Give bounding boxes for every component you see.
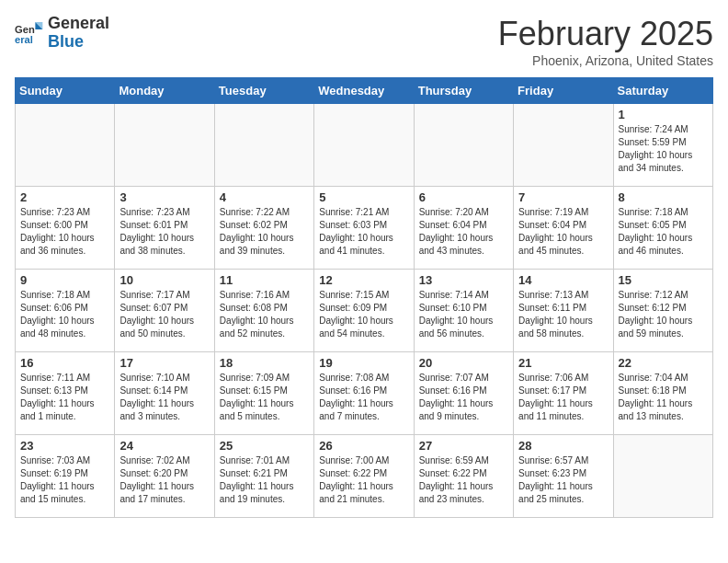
page-header: Gen eral General Blue February 2025 Phoe… (15, 15, 713, 68)
day-number: 24 (119, 439, 209, 453)
day-number: 15 (619, 273, 708, 287)
day-cell (613, 435, 712, 518)
day-cell: 8Sunrise: 7:18 AM Sunset: 6:05 PM Daylig… (613, 187, 712, 270)
day-number: 13 (419, 273, 508, 287)
calendar-title: February 2025 (498, 15, 713, 53)
day-number: 27 (419, 439, 508, 453)
calendar-subtitle: Phoenix, Arizona, United States (498, 53, 713, 68)
day-number: 16 (20, 356, 109, 370)
week-row-2: 2Sunrise: 7:23 AM Sunset: 6:00 PM Daylig… (16, 187, 713, 270)
day-cell: 15Sunrise: 7:12 AM Sunset: 6:12 PM Dayli… (613, 270, 712, 352)
day-header-sunday: Sunday (16, 78, 115, 104)
day-info: Sunrise: 7:03 AM Sunset: 6:19 PM Dayligh… (20, 454, 109, 506)
day-number: 11 (220, 273, 309, 287)
day-number: 6 (419, 190, 508, 204)
day-number: 5 (319, 190, 408, 204)
day-number: 8 (619, 190, 708, 204)
day-cell: 26Sunrise: 7:00 AM Sunset: 6:22 PM Dayli… (314, 435, 414, 518)
day-info: Sunrise: 7:20 AM Sunset: 6:04 PM Dayligh… (419, 206, 508, 258)
day-info: Sunrise: 7:17 AM Sunset: 6:07 PM Dayligh… (119, 289, 209, 340)
day-number: 3 (119, 190, 209, 204)
day-cell (314, 104, 414, 187)
day-cell: 7Sunrise: 7:19 AM Sunset: 6:04 PM Daylig… (514, 187, 613, 270)
day-info: Sunrise: 7:00 AM Sunset: 6:22 PM Dayligh… (319, 454, 408, 506)
day-cell: 28Sunrise: 6:57 AM Sunset: 6:23 PM Dayli… (514, 435, 613, 518)
week-row-4: 16Sunrise: 7:11 AM Sunset: 6:13 PM Dayli… (16, 352, 713, 435)
day-cell: 1Sunrise: 7:24 AM Sunset: 5:59 PM Daylig… (613, 104, 712, 187)
day-info: Sunrise: 7:23 AM Sunset: 6:00 PM Dayligh… (20, 206, 109, 258)
day-number: 9 (20, 273, 109, 287)
day-info: Sunrise: 7:07 AM Sunset: 6:16 PM Dayligh… (419, 372, 508, 423)
day-header-thursday: Thursday (414, 78, 513, 104)
day-number: 7 (518, 190, 608, 204)
day-info: Sunrise: 7:01 AM Sunset: 6:21 PM Dayligh… (220, 454, 309, 506)
day-number: 23 (20, 439, 109, 453)
day-cell: 14Sunrise: 7:13 AM Sunset: 6:11 PM Dayli… (514, 270, 613, 352)
day-cell: 2Sunrise: 7:23 AM Sunset: 6:00 PM Daylig… (16, 187, 115, 270)
day-info: Sunrise: 7:06 AM Sunset: 6:17 PM Dayligh… (518, 372, 608, 423)
day-cell: 22Sunrise: 7:04 AM Sunset: 6:18 PM Dayli… (613, 352, 712, 435)
week-row-5: 23Sunrise: 7:03 AM Sunset: 6:19 PM Dayli… (16, 435, 713, 518)
day-cell: 19Sunrise: 7:08 AM Sunset: 6:16 PM Dayli… (314, 352, 414, 435)
svg-text:eral: eral (15, 34, 33, 45)
day-cell: 23Sunrise: 7:03 AM Sunset: 6:19 PM Dayli… (16, 435, 115, 518)
day-info: Sunrise: 7:15 AM Sunset: 6:09 PM Dayligh… (319, 289, 408, 340)
day-info: Sunrise: 6:59 AM Sunset: 6:22 PM Dayligh… (419, 454, 508, 506)
day-header-saturday: Saturday (613, 78, 712, 104)
day-cell: 5Sunrise: 7:21 AM Sunset: 6:03 PM Daylig… (314, 187, 414, 270)
day-cell: 17Sunrise: 7:10 AM Sunset: 6:14 PM Dayli… (115, 352, 214, 435)
day-info: Sunrise: 7:24 AM Sunset: 5:59 PM Dayligh… (619, 123, 708, 175)
calendar-body: 1Sunrise: 7:24 AM Sunset: 5:59 PM Daylig… (16, 104, 713, 518)
day-info: Sunrise: 6:57 AM Sunset: 6:23 PM Dayligh… (518, 454, 608, 506)
calendar-table: SundayMondayTuesdayWednesdayThursdayFrid… (15, 77, 713, 518)
day-info: Sunrise: 7:18 AM Sunset: 6:05 PM Dayligh… (619, 206, 708, 258)
day-cell: 3Sunrise: 7:23 AM Sunset: 6:01 PM Daylig… (115, 187, 214, 270)
day-cell: 10Sunrise: 7:17 AM Sunset: 6:07 PM Dayli… (115, 270, 214, 352)
day-number: 28 (518, 439, 608, 453)
day-cell: 20Sunrise: 7:07 AM Sunset: 6:16 PM Dayli… (414, 352, 513, 435)
day-info: Sunrise: 7:14 AM Sunset: 6:10 PM Dayligh… (419, 289, 508, 340)
day-info: Sunrise: 7:10 AM Sunset: 6:14 PM Dayligh… (119, 372, 209, 423)
day-number: 10 (119, 273, 209, 287)
week-row-1: 1Sunrise: 7:24 AM Sunset: 5:59 PM Daylig… (16, 104, 713, 187)
logo-text: General Blue (48, 15, 109, 52)
day-number: 4 (220, 190, 309, 204)
day-info: Sunrise: 7:08 AM Sunset: 6:16 PM Dayligh… (319, 372, 408, 423)
logo: Gen eral General Blue (15, 15, 109, 52)
day-cell: 27Sunrise: 6:59 AM Sunset: 6:22 PM Dayli… (414, 435, 513, 518)
day-info: Sunrise: 7:16 AM Sunset: 6:08 PM Dayligh… (220, 289, 309, 340)
day-cell (514, 104, 613, 187)
day-number: 17 (119, 356, 209, 370)
day-number: 20 (419, 356, 508, 370)
day-cell: 4Sunrise: 7:22 AM Sunset: 6:02 PM Daylig… (214, 187, 313, 270)
day-cell (414, 104, 513, 187)
day-number: 25 (220, 439, 309, 453)
day-number: 26 (319, 439, 408, 453)
day-number: 19 (319, 356, 408, 370)
day-number: 22 (619, 356, 708, 370)
title-block: February 2025 Phoenix, Arizona, United S… (498, 15, 713, 68)
svg-text:Gen: Gen (15, 24, 35, 35)
day-header-wednesday: Wednesday (314, 78, 414, 104)
day-cell: 25Sunrise: 7:01 AM Sunset: 6:21 PM Dayli… (214, 435, 313, 518)
day-cell: 18Sunrise: 7:09 AM Sunset: 6:15 PM Dayli… (214, 352, 313, 435)
day-info: Sunrise: 7:18 AM Sunset: 6:06 PM Dayligh… (20, 289, 109, 340)
day-cell: 12Sunrise: 7:15 AM Sunset: 6:09 PM Dayli… (314, 270, 414, 352)
day-number: 18 (220, 356, 309, 370)
day-info: Sunrise: 7:22 AM Sunset: 6:02 PM Dayligh… (220, 206, 309, 258)
day-info: Sunrise: 7:23 AM Sunset: 6:01 PM Dayligh… (119, 206, 209, 258)
day-headers-row: SundayMondayTuesdayWednesdayThursdayFrid… (16, 78, 713, 104)
day-info: Sunrise: 7:09 AM Sunset: 6:15 PM Dayligh… (220, 372, 309, 423)
day-cell (214, 104, 313, 187)
day-cell (115, 104, 214, 187)
day-cell (16, 104, 115, 187)
day-cell: 6Sunrise: 7:20 AM Sunset: 6:04 PM Daylig… (414, 187, 513, 270)
day-cell: 16Sunrise: 7:11 AM Sunset: 6:13 PM Dayli… (16, 352, 115, 435)
day-info: Sunrise: 7:12 AM Sunset: 6:12 PM Dayligh… (619, 289, 708, 340)
logo-general: General (48, 15, 109, 33)
logo-blue: Blue (48, 33, 109, 52)
day-cell: 24Sunrise: 7:02 AM Sunset: 6:20 PM Dayli… (115, 435, 214, 518)
day-number: 12 (319, 273, 408, 287)
day-number: 2 (20, 190, 109, 204)
day-header-friday: Friday (514, 78, 613, 104)
